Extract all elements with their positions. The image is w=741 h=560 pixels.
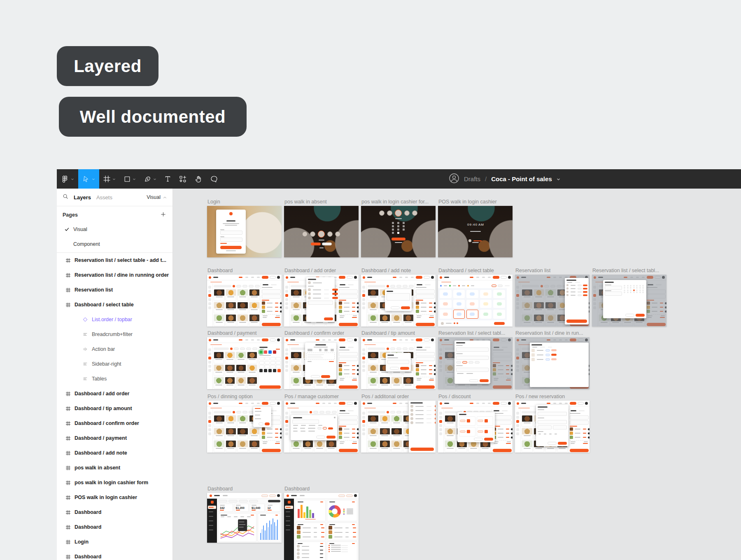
frame-label[interactable]: Pos / additonal order	[361, 394, 409, 399]
frame-label[interactable]: Pos / discount	[438, 394, 471, 399]
canvas-frame-reservation-list-8[interactable]: Reservation list	[515, 275, 590, 327]
layer-item-5[interactable]: Breadcrumb+filter	[57, 327, 172, 342]
frame-label[interactable]: Dashboard	[207, 268, 233, 273]
canvas-frame-pos-walk-in-login-cashier-for-2[interactable]: pos walk in login cashier for...	[361, 206, 436, 257]
hand-tool[interactable]	[191, 169, 206, 189]
layer-item-1[interactable]: Reservation list / dine in running order	[57, 268, 172, 282]
frame-thumbnail[interactable]	[361, 337, 436, 389]
layer-item-11[interactable]: Dashboard / confirm order	[57, 416, 172, 431]
frame-label[interactable]: Reservation list / dine in run...	[515, 330, 583, 336]
frame-thumbnail[interactable]	[515, 401, 590, 453]
frame-label[interactable]: Dashboard / payment	[207, 330, 257, 336]
canvas-frame-dashboard-21[interactable]: Dashboard	[284, 493, 359, 560]
layer-item-17[interactable]: Dashboard	[57, 505, 172, 520]
frame-label[interactable]: Dashboard / confirm order	[284, 330, 344, 336]
canvas-frame-dashboard-add-order-5[interactable]: Dashboard / add order	[284, 275, 359, 327]
layer-item-2[interactable]: Reservation list	[57, 282, 172, 297]
frame-thumbnail[interactable]	[361, 401, 436, 453]
frame-thumbnail[interactable]	[284, 275, 359, 327]
canvas-frame-login-0[interactable]: Login	[207, 206, 282, 257]
frame-label[interactable]: Dashboard / add note	[361, 268, 411, 273]
layer-item-16[interactable]: POS walk in login cashier	[57, 490, 172, 505]
frame-label[interactable]: Pos / dinning option	[207, 394, 253, 399]
frame-label[interactable]: Dashboard / add order	[284, 268, 336, 273]
frame-thumbnail[interactable]	[284, 337, 359, 389]
layer-item-14[interactable]: pos walk in absent	[57, 460, 172, 475]
canvas-frame-pos-walk-in-absent-1[interactable]: pos walk in absent	[284, 206, 359, 257]
canvas-frame-pos-manage-customer-16[interactable]: Pos / manage customer	[284, 401, 359, 453]
canvas-frame-dashboard-confirm-order-11[interactable]: Dashboard / confirm order	[284, 337, 359, 389]
resources-tool[interactable]	[175, 169, 191, 189]
text-tool[interactable]	[161, 169, 175, 189]
frame-thumbnail[interactable]	[284, 206, 359, 257]
canvas-frame-reservation-list-select-tabl-13[interactable]: Reservation list / select tabl...	[438, 337, 513, 389]
shape-tool[interactable]	[120, 169, 140, 189]
frame-tool[interactable]	[99, 169, 120, 189]
canvas-frame-dashboard-payment-10[interactable]: Dashboard / payment	[207, 337, 282, 389]
layer-item-15[interactable]: pos walk in login cashier form	[57, 475, 172, 490]
canvas-frame-reservation-list-select-tabl-9[interactable]: Reservation list / select tabl...	[592, 275, 666, 327]
layer-item-12[interactable]: Dashboard / payment	[57, 431, 172, 446]
layer-item-3[interactable]: Dashboard / select table	[57, 297, 172, 312]
page-selector[interactable]: Visual	[147, 194, 167, 200]
comment-tool[interactable]	[206, 169, 222, 189]
frame-label[interactable]: Dashboard / select table	[438, 268, 494, 273]
frame-thumbnail[interactable]	[207, 401, 282, 453]
frame-thumbnail[interactable]	[438, 275, 513, 327]
frame-label[interactable]: Dashboard / tip amount	[361, 330, 415, 336]
canvas-frame-dashboard-add-note-6[interactable]: Dashboard / add note	[361, 275, 436, 327]
canvas[interactable]: Login pos walk in absent pos walk in log…	[173, 189, 741, 560]
frame-thumbnail[interactable]	[284, 401, 359, 453]
tab-layers[interactable]: Layers	[74, 194, 91, 201]
frame-thumbnail[interactable]	[361, 206, 436, 257]
tab-assets[interactable]: Assets	[96, 194, 112, 201]
canvas-frame-dashboard-select-table-7[interactable]: Dashboard / select table	[438, 275, 513, 327]
canvas-frame-pos-additonal-order-17[interactable]: Pos / additonal order	[361, 401, 436, 453]
frame-thumbnail[interactable]	[207, 275, 282, 327]
user-avatar-icon[interactable]	[449, 173, 459, 185]
layer-item-0[interactable]: Reservation list / select table - add t.…	[57, 253, 172, 268]
canvas-frame-pos-dinning-option-15[interactable]: Pos / dinning option	[207, 401, 282, 453]
frame-label[interactable]: Reservation list / select tabl...	[438, 330, 506, 336]
layer-item-10[interactable]: Dashboard / tip amount	[57, 401, 172, 416]
layer-item-4[interactable]: List.order / topbar	[57, 312, 172, 327]
canvas-frame-pos-walk-in-login-cashier-3[interactable]: POS walk in login cashier 09:40AM	[438, 206, 513, 257]
breadcrumb-file-name[interactable]: Coca - Point of sales	[491, 175, 552, 182]
layer-item-6[interactable]: Action bar	[57, 342, 172, 357]
main-menu[interactable]	[57, 169, 78, 189]
canvas-frame-dashboard-20[interactable]: Dashboard 342$1,200$1,04012	[207, 493, 282, 543]
canvas-frame-reservation-list-dine-in-run-14[interactable]: Reservation list / dine in run...	[515, 337, 590, 389]
frame-thumbnail[interactable]: 09:40AM	[438, 206, 513, 257]
frame-thumbnail[interactable]	[438, 401, 513, 453]
frame-label[interactable]: pos walk in login cashier for...	[361, 199, 429, 205]
frame-thumbnail[interactable]: 342$1,200$1,04012	[207, 493, 282, 543]
frame-thumbnail[interactable]	[207, 337, 282, 389]
move-tool[interactable]	[78, 169, 99, 189]
frame-label[interactable]: Reservation list	[515, 268, 550, 273]
frame-label[interactable]: pos walk in absent	[284, 199, 327, 205]
search-icon[interactable]	[63, 194, 68, 201]
file-menu-chevron-icon[interactable]	[557, 175, 560, 182]
layer-item-9[interactable]: Dashboard / add order	[57, 386, 172, 401]
frame-label[interactable]: Reservation list / select tabl...	[592, 268, 659, 273]
frame-thumbnail[interactable]	[361, 275, 436, 327]
layer-item-13[interactable]: Dashboard / add note	[57, 446, 172, 460]
pen-tool[interactable]	[140, 169, 161, 189]
page-item-component[interactable]: Component	[57, 237, 172, 252]
frame-thumbnail[interactable]	[515, 337, 590, 389]
frame-label[interactable]: Pos / manage customer	[284, 394, 339, 399]
breadcrumb-location[interactable]: Drafts	[464, 175, 480, 182]
layer-item-19[interactable]: Login	[57, 534, 172, 549]
canvas-frame-pos-discount-18[interactable]: Pos / discount	[438, 401, 513, 453]
layer-item-7[interactable]: Sidebar-right	[57, 357, 172, 371]
canvas-frame-dashboard-4[interactable]: Dashboard	[207, 275, 282, 327]
frame-label[interactable]: Dashboard	[284, 486, 310, 492]
canvas-frame-dashboard-tip-amount-12[interactable]: Dashboard / tip amount	[361, 337, 436, 389]
frame-thumbnail[interactable]	[207, 206, 282, 257]
frame-thumbnail[interactable]	[592, 275, 666, 327]
canvas-frame-pos-new-reservation-19[interactable]: Pos / new reservation	[515, 401, 590, 453]
frame-thumbnail[interactable]	[284, 493, 359, 560]
frame-label[interactable]: Login	[207, 199, 220, 205]
frame-thumbnail[interactable]	[438, 337, 513, 389]
layer-item-20[interactable]: Dashboard	[57, 549, 172, 560]
